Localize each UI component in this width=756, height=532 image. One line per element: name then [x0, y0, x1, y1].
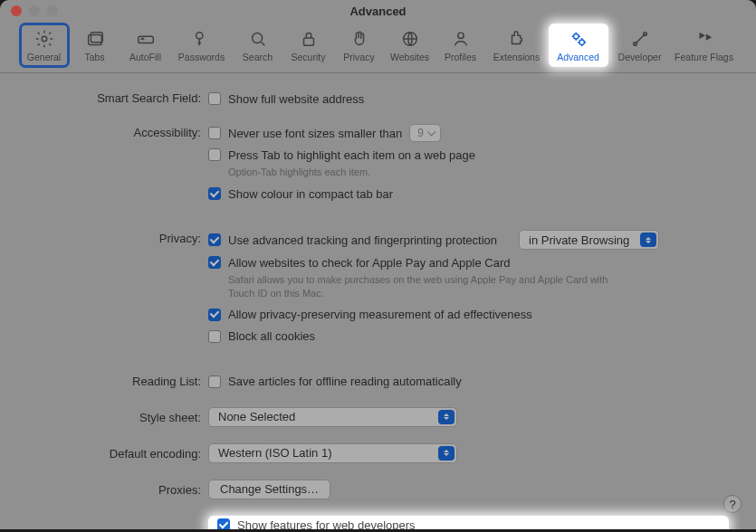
tab-label: Profiles [445, 52, 476, 62]
tab-label: Feature Flags [675, 52, 733, 62]
chevron-updown-icon [438, 446, 455, 461]
checkbox-save-offline[interactable] [208, 375, 221, 388]
checkbox-label: Show full website address [228, 92, 364, 106]
checkbox-label: Block all cookies [228, 329, 315, 343]
puzzle-icon [507, 29, 527, 49]
select-tracking-mode[interactable]: in Private Browsing [519, 230, 659, 250]
globe-icon [400, 29, 420, 49]
checkbox-min-font-size[interactable] [208, 127, 221, 139]
help-text: Safari allows you to make purchases on t… [228, 273, 608, 299]
tab-developer[interactable]: Developer [610, 24, 670, 67]
checkbox-show-developer-features[interactable] [217, 518, 230, 529]
tab-extensions[interactable]: Extensions [487, 24, 547, 67]
tab-autofill[interactable]: AutoFill [121, 24, 170, 67]
svg-point-5 [252, 33, 262, 43]
checkbox-label: Show features for web developers [237, 518, 416, 529]
tab-label: Passwords [178, 52, 225, 62]
tab-label: Advanced [557, 52, 599, 62]
button-label: Change Settings… [220, 482, 319, 496]
help-icon: ? [729, 498, 735, 511]
checkbox-ad-measurement[interactable] [208, 309, 221, 321]
svg-rect-3 [138, 36, 153, 43]
tab-label: Security [292, 52, 326, 62]
tab-label: AutoFill [129, 52, 161, 62]
tab-label: Websites [390, 52, 429, 62]
checkbox-block-cookies[interactable] [208, 330, 221, 343]
svg-point-0 [42, 36, 47, 42]
tab-label: Privacy [343, 52, 374, 62]
checkbox-show-full-address[interactable] [208, 92, 221, 105]
checkbox-tab-highlight[interactable] [208, 148, 221, 161]
checkbox-label: Never use font sizes smaller than [228, 127, 402, 140]
lock-icon [299, 29, 319, 49]
checkbox-label: Press Tab to highlight each item on a we… [228, 148, 475, 162]
checkbox-apple-pay-check[interactable] [208, 256, 221, 269]
titlebar: Advanced [0, 0, 756, 22]
select-min-font-size[interactable]: 9 [409, 124, 441, 142]
svg-rect-2 [91, 32, 102, 42]
tab-label: Tabs [84, 52, 104, 62]
window-title: Advanced [0, 5, 756, 18]
section-label-proxies: Proxies: [27, 480, 208, 497]
svg-point-4 [196, 32, 202, 38]
tab-general[interactable]: General [20, 24, 69, 67]
row-show-developer-features: Show features for web developers [208, 516, 729, 529]
checkbox-label: Show colour in compact tab bar [228, 187, 393, 201]
chevron-updown-icon [640, 233, 656, 247]
checkbox-show-colour-compact[interactable] [208, 187, 221, 200]
select-default-encoding[interactable]: Western (ISO Latin 1) [208, 443, 457, 463]
tab-tabs[interactable]: Tabs [71, 24, 120, 67]
wrench-icon [630, 29, 650, 49]
select-style-sheet[interactable]: None Selected [208, 407, 457, 427]
svg-rect-6 [303, 38, 313, 45]
select-value: None Selected [218, 410, 295, 423]
tab-profiles[interactable]: Profiles [436, 24, 485, 67]
tab-label: Extensions [493, 52, 540, 62]
button-change-proxy-settings[interactable]: Change Settings… [208, 480, 330, 499]
select-value: 9 [417, 127, 424, 139]
hand-icon [349, 29, 369, 49]
gear-icon [34, 29, 54, 49]
section-label-reading-list: Reading List: [27, 373, 208, 388]
svg-point-9 [573, 33, 579, 39]
tab-label: Developer [618, 52, 662, 62]
preferences-toolbar: General Tabs AutoFill Passwords Search S… [0, 22, 756, 73]
checkbox-label: Save articles for offline reading automa… [228, 375, 462, 388]
select-value: Western (ISO Latin 1) [218, 446, 331, 460]
flags-icon [694, 29, 714, 49]
tab-security[interactable]: Security [284, 24, 333, 67]
key-icon [192, 29, 212, 49]
select-value: in Private Browsing [529, 233, 629, 247]
tab-search[interactable]: Search [234, 24, 282, 67]
search-icon [248, 29, 268, 49]
checkbox-advanced-tracking[interactable] [208, 233, 221, 246]
section-label-smart-search: Smart Search Field: [27, 90, 208, 105]
section-label-style-sheet: Style sheet: [27, 407, 208, 424]
section-label-encoding: Default encoding: [27, 443, 208, 461]
gears-icon [569, 29, 589, 49]
svg-point-8 [457, 33, 463, 38]
checkbox-label: Allow websites to check for Apple Pay an… [228, 256, 510, 270]
advanced-pane: Smart Search Field: Show full website ad… [0, 73, 756, 529]
checkbox-label: Use advanced tracking and fingerprinting… [228, 233, 497, 247]
chevron-updown-icon [438, 410, 455, 424]
tab-label: Search [243, 52, 273, 62]
checkbox-label: Allow privacy-preserving measurement of … [228, 308, 532, 321]
section-label-accessibility: Accessibility: [27, 124, 208, 139]
person-icon [451, 29, 471, 49]
tab-feature-flags[interactable]: Feature Flags [672, 24, 737, 67]
help-button[interactable]: ? [723, 495, 742, 513]
tab-websites[interactable]: Websites [386, 24, 435, 67]
svg-point-10 [579, 39, 584, 43]
help-text: Option-Tab highlights each item. [228, 166, 608, 178]
pencil-icon [136, 29, 156, 49]
tab-passwords[interactable]: Passwords [172, 24, 232, 67]
tabs-icon [85, 29, 105, 49]
tab-label: General [27, 52, 61, 62]
section-label-privacy: Privacy: [27, 230, 208, 245]
tab-advanced[interactable]: Advanced [549, 24, 608, 67]
tab-privacy[interactable]: Privacy [335, 24, 384, 67]
